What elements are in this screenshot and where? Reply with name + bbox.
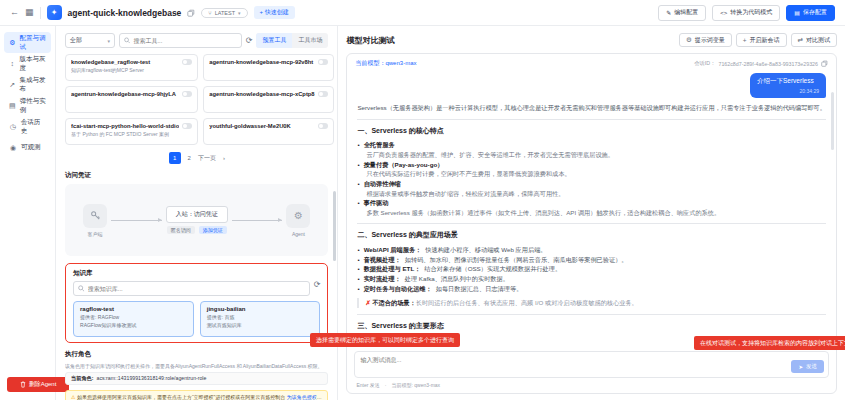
quick-create-button[interactable]: + 快速创建	[254, 6, 295, 19]
apps-grid-icon[interactable]: ▦	[25, 8, 34, 17]
tool-card[interactable]: knowledgebase_ragflow-test知识库ragflow-tes…	[65, 54, 198, 81]
divider	[40, 7, 41, 19]
divider	[357, 314, 826, 315]
save-config-button[interactable]: ▤保存配置	[786, 5, 835, 21]
instances-icon: ▤	[9, 102, 16, 110]
sidebar-item-elastic-instance[interactable]: ▤弹性与实例	[4, 95, 51, 116]
user-message-bubble: 介绍一下Serverless 20:34:29	[750, 73, 826, 98]
add-credential-link[interactable]: 添加凭证	[199, 226, 227, 234]
copy-title-icon[interactable]	[187, 9, 195, 17]
gear-icon: ⚙	[686, 36, 692, 44]
tab-preset-tools[interactable]: 预置工具	[256, 33, 292, 48]
branch-icon: ⑂	[208, 10, 211, 16]
execution-role-label: 执行角色	[65, 350, 328, 359]
tool-toggle[interactable]	[318, 91, 328, 97]
unsuitable-note: ✗ 不适合的场景：长时间运行的后台任务、有状态应用、高频 I/O 或对冷启动极度…	[357, 298, 826, 308]
search-icon	[78, 285, 85, 292]
kb-search-input[interactable]	[88, 286, 305, 292]
code-icon: <>	[720, 10, 727, 16]
tool-toggle[interactable]	[318, 59, 328, 65]
observe-icon: ◉	[9, 144, 17, 152]
agent-app-icon: ✦	[47, 5, 62, 20]
assistant-response: Serverless（无服务器架构）是一种云计算执行模型，其核心理念是让开发者无…	[357, 103, 826, 346]
compare-icon: ⇄	[798, 36, 803, 44]
tool-search-input[interactable]	[133, 38, 236, 44]
chat-input[interactable]	[355, 352, 733, 377]
publish-icon: ↗	[9, 81, 16, 89]
tool-card[interactable]: agentrun-knowledgebase-mcp-xCptp8	[203, 86, 333, 113]
prompt-vars-button[interactable]: ⚙提示词变量	[679, 33, 732, 47]
credentials-section-label: 访问凭证	[65, 171, 328, 180]
compare-test-button[interactable]: ⇄对比测试	[791, 33, 837, 47]
panel-title: 模型对比测试	[346, 35, 394, 46]
next-arrow-icon[interactable]: ›	[223, 155, 225, 161]
session-id: 会话ID：7162c8d7-289f-4a6e-8a83-993173e2932…	[694, 60, 828, 67]
kb-card-jingsu-bailian[interactable]: jingsu-bailian 提供者: 百炼 测试百炼知识库	[200, 301, 321, 337]
tool-tabs: 预置工具 工具市场	[256, 33, 328, 48]
sidebar-item-config-debug[interactable]: ⚙配置与调试	[4, 32, 51, 53]
tool-card[interactable]: agentrun-knowledgebase-mcp-92v8ht	[203, 54, 333, 81]
section-heading: 三、Serverless 的主要形态	[357, 321, 826, 332]
sidebar-item-integration-publish[interactable]: ↗集成与发布	[4, 74, 51, 95]
next-page-button[interactable]: 下一页	[198, 154, 216, 163]
bailian-auth-warning: ⚠ 如果您选择使用阿里云百炼知识库，需要在点击上方“立即授权”进行授权或在阿里云…	[65, 390, 328, 400]
tool-card[interactable]: fcai-start-mcp-python-hello-world-stdio基…	[65, 118, 198, 145]
center-scrollbar[interactable]	[333, 191, 336, 261]
tab-tool-market[interactable]: 工具市场	[292, 33, 328, 48]
pagination: 1 2 下一页 ›	[65, 152, 328, 164]
client-node: 客户端	[83, 204, 107, 237]
agent-gear-icon: ⚙	[286, 204, 310, 228]
page-2-button[interactable]: 2	[188, 155, 191, 161]
flow-arrow	[232, 220, 283, 221]
anonymous-access-chip: 匿名访问	[167, 226, 195, 234]
tool-toggle[interactable]	[182, 91, 192, 97]
page-1-button[interactable]: 1	[169, 152, 181, 164]
grant-role-link[interactable]: 为该角色授权	[287, 394, 322, 400]
config-panel: 全部▾ ⟳ 预置工具 工具市场 knowledgebase_ragflow-te…	[56, 26, 338, 400]
left-sidebar: ⚙配置与调试 ↕版本与灰度 ↗集成与发布 ▤弹性与实例 ◷会话历史 ◉可观测 删…	[0, 26, 56, 400]
tool-card[interactable]: youthful-goldwasser-Me2U0K	[203, 118, 333, 145]
page-title: agent-quick-knowledgebase	[68, 8, 182, 18]
refresh-tools-icon[interactable]: ⟳	[246, 37, 253, 45]
divider	[357, 223, 826, 224]
current-model-link[interactable]: 当前模型：qwen3-max	[355, 59, 416, 68]
kb-binding-tooltip: 选择需要绑定的知识库，可以同时绑定多个进行查询	[310, 333, 460, 347]
chevron-down-icon: ▾	[108, 38, 111, 44]
inbound-credential-box[interactable]: 入站：访问凭证	[166, 206, 228, 223]
chat-input-area: ➤发送	[354, 351, 829, 378]
new-session-button[interactable]: +开启新会话	[736, 33, 787, 47]
back-icon[interactable]: ←	[10, 8, 19, 17]
tool-filter-select[interactable]: 全部▾	[65, 33, 115, 48]
refresh-kb-icon[interactable]: ⟳	[314, 281, 321, 296]
search-icon	[124, 37, 130, 44]
gear-icon: ⚙	[9, 39, 16, 47]
tool-toggle[interactable]	[318, 123, 328, 129]
tool-card[interactable]: agentrun-knowledgebase-mcp-9hjyLA	[65, 86, 198, 113]
sidebar-item-session-history[interactable]: ◷会话历史	[4, 116, 51, 137]
divider	[357, 119, 826, 120]
knowledgebase-label: 知识库	[73, 269, 320, 278]
copy-session-icon[interactable]	[821, 60, 828, 67]
flow-arrow	[111, 220, 162, 221]
edit-config-button[interactable]: ✎编辑配置	[658, 5, 706, 21]
plus-icon: +	[743, 37, 747, 44]
send-button[interactable]: ➤发送	[791, 360, 824, 373]
tools-toolbar: 全部▾ ⟳ 预置工具 工具市场	[65, 33, 328, 48]
chat-scrollbar[interactable]	[831, 92, 834, 150]
version-icon: ↕	[9, 60, 16, 67]
chat-test-tooltip: 在线对话测试，支持将知识库检索的内容放到对话上下文中	[694, 336, 845, 350]
tool-card-grid: knowledgebase_ragflow-test知识库ragflow-tes…	[65, 54, 328, 145]
kb-card-ragflow-test[interactable]: ragflow-test 提供者: RAGFlow RAGFlow知识库修改测试	[73, 301, 194, 337]
warning-icon: ⚠	[71, 394, 75, 400]
save-icon: ▤	[794, 9, 800, 16]
sidebar-item-version-gray[interactable]: ↕版本与灰度	[4, 53, 51, 74]
send-plane-icon: ➤	[798, 364, 803, 370]
sidebar-item-observability[interactable]: ◉可观测	[4, 137, 51, 158]
key-icon	[83, 204, 107, 228]
version-badge[interactable]: ⑂LATEST▾	[201, 8, 247, 18]
knowledgebase-section-highlighted: 知识库 ⟳ ragflow-test 提供者: RAGFlow RAGFlow知…	[65, 263, 328, 343]
tool-toggle[interactable]	[182, 59, 192, 65]
section-heading: 一、Serverless 的核心特点	[357, 126, 826, 137]
code-mode-button[interactable]: <>转换为代码模式	[712, 5, 780, 21]
tool-toggle[interactable]	[182, 123, 192, 129]
